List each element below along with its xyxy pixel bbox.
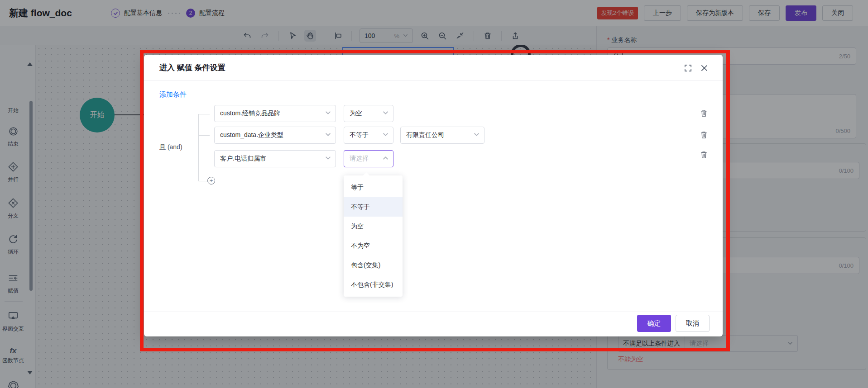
annotation-rectangle — [140, 50, 730, 351]
